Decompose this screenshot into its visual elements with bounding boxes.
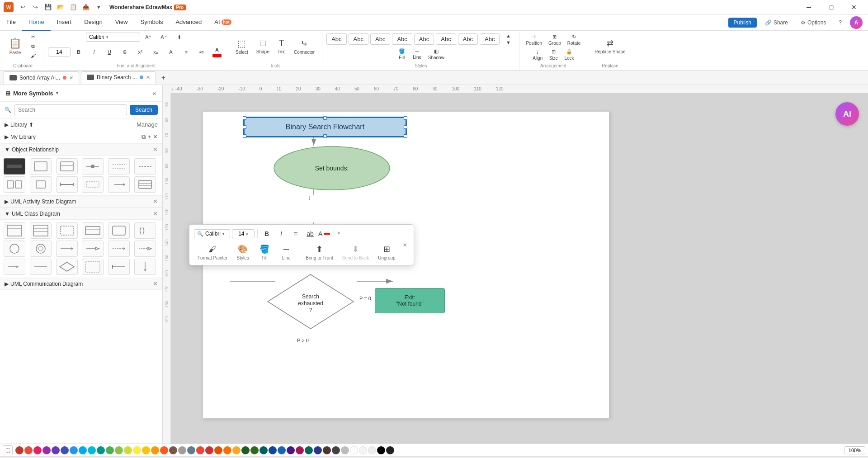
list-btn[interactable]: ≡ bbox=[179, 48, 193, 56]
float-bring-front[interactable]: ⬆ Bring to Front bbox=[302, 242, 337, 262]
my-lib-copy[interactable]: ⧉ bbox=[142, 133, 146, 141]
handle-mr[interactable] bbox=[404, 125, 407, 129]
color-grey-2[interactable] bbox=[341, 446, 349, 454]
shape-thumb-1[interactable] bbox=[4, 158, 25, 175]
menu-view[interactable]: View bbox=[109, 14, 134, 31]
float-send-back[interactable]: ⬇ Send to Back bbox=[339, 242, 373, 262]
color-light-green[interactable] bbox=[115, 446, 123, 454]
add-tab-btn[interactable]: + bbox=[158, 73, 169, 83]
color-black[interactable] bbox=[377, 446, 385, 454]
color-orange-3[interactable] bbox=[223, 446, 231, 454]
color-yellow-2[interactable] bbox=[232, 446, 241, 454]
undo-btn[interactable]: ↩ bbox=[17, 2, 28, 13]
shadow-btn[interactable]: ◧Shadow bbox=[425, 47, 447, 61]
canvas-content[interactable]: Binary Search Flowchart Set bounds: bbox=[171, 93, 868, 444]
color-light-blue[interactable] bbox=[79, 446, 87, 454]
uml-shape-11[interactable] bbox=[108, 241, 130, 257]
exit-rect[interactable]: Exit: "Not found" bbox=[375, 288, 445, 313]
color-teal[interactable] bbox=[97, 446, 105, 454]
shape-thumb-3[interactable] bbox=[56, 158, 78, 175]
strikethrough-btn[interactable]: S bbox=[118, 48, 132, 56]
color-near-black[interactable] bbox=[386, 446, 394, 454]
color-purple-2[interactable] bbox=[287, 446, 295, 454]
align-top-btn[interactable]: ⬆ bbox=[172, 33, 186, 42]
help-btn[interactable]: ? bbox=[834, 18, 846, 28]
uml-shape-2[interactable] bbox=[30, 222, 52, 239]
color-blue-3[interactable] bbox=[278, 446, 286, 454]
paste-btn[interactable]: 📋 Paste bbox=[5, 33, 25, 60]
color-grey-dark[interactable] bbox=[332, 446, 340, 454]
float-bold-btn[interactable]: B bbox=[260, 227, 273, 240]
bullets-btn[interactable]: •≡ bbox=[194, 48, 209, 56]
color-blue-2[interactable] bbox=[269, 446, 277, 454]
set-bounds-shape[interactable]: Set bounds: bbox=[273, 146, 391, 191]
float-italic-btn[interactable]: I bbox=[275, 227, 288, 240]
color-blue-grey[interactable] bbox=[187, 446, 195, 454]
uml-shape-12[interactable] bbox=[134, 241, 156, 257]
uml-shape-5[interactable] bbox=[108, 222, 130, 239]
tab-close-binary[interactable]: ✕ bbox=[146, 75, 150, 80]
shape-thumb-2[interactable] bbox=[30, 158, 52, 175]
object-relationship-close[interactable]: ✕ bbox=[153, 146, 158, 153]
uml-shape-8[interactable] bbox=[30, 241, 52, 257]
style-4[interactable]: Abc bbox=[392, 33, 412, 45]
redo-btn[interactable]: ↪ bbox=[30, 2, 41, 13]
color-brown[interactable] bbox=[169, 446, 177, 454]
shape-thumb-12[interactable] bbox=[134, 176, 156, 193]
align-btn[interactable]: ⫶Align bbox=[530, 48, 545, 62]
styles-up[interactable]: ▲ bbox=[501, 33, 515, 39]
shape-thumb-8[interactable] bbox=[30, 176, 52, 193]
color-picker-btn[interactable]: ⬚ bbox=[3, 445, 13, 455]
color-blue[interactable] bbox=[70, 446, 78, 454]
color-indigo[interactable] bbox=[61, 446, 69, 454]
float-font-color-btn[interactable]: A bbox=[318, 227, 331, 240]
float-font-selector[interactable]: 🔍 Calibri ▾ bbox=[194, 229, 230, 238]
search-button[interactable]: Search bbox=[130, 105, 158, 115]
color-deep-purple[interactable] bbox=[52, 446, 60, 454]
color-pink-2[interactable] bbox=[296, 446, 304, 454]
color-lime[interactable] bbox=[124, 446, 132, 454]
template-btn[interactable]: 📋 bbox=[68, 2, 79, 13]
minimize-btn[interactable]: ─ bbox=[798, 0, 819, 14]
shape-thumb-7[interactable] bbox=[4, 176, 25, 193]
select-btn[interactable]: ⬚ Select bbox=[232, 33, 252, 60]
style-6[interactable]: Abc bbox=[436, 33, 456, 45]
color-yellow[interactable] bbox=[133, 446, 141, 454]
color-near-white[interactable] bbox=[359, 446, 367, 454]
position-btn[interactable]: ⊹Position bbox=[523, 33, 545, 47]
color-green-2[interactable] bbox=[241, 446, 250, 454]
menu-insert[interactable]: Insert bbox=[51, 14, 78, 31]
lock-btn[interactable]: 🔒Lock bbox=[561, 47, 576, 62]
replace-shape-btn[interactable]: ⇄ Replace Shape bbox=[591, 33, 629, 60]
handle-br[interactable] bbox=[404, 134, 407, 138]
uml-shape-3[interactable] bbox=[56, 222, 78, 239]
color-cyan[interactable] bbox=[88, 446, 96, 454]
decrease-font-btn[interactable]: A⁻ bbox=[156, 33, 171, 42]
search-exhausted-shape[interactable]: Search exhausted ? bbox=[265, 272, 356, 331]
shape-thumb-10[interactable] bbox=[82, 176, 104, 193]
styles-down[interactable]: ▼ bbox=[501, 39, 515, 46]
rotate-btn[interactable]: ↻Rotate bbox=[565, 33, 583, 47]
menu-symbols[interactable]: Symbols bbox=[134, 14, 170, 31]
color-cyan-2[interactable] bbox=[259, 446, 268, 454]
shape-btn[interactable]: □ Shape bbox=[253, 33, 273, 60]
uml-class-close[interactable]: ✕ bbox=[153, 210, 158, 217]
fill-btn[interactable]: 🪣Fill bbox=[395, 47, 409, 61]
style-7[interactable]: Abc bbox=[458, 33, 478, 45]
float-ungroup[interactable]: ⊞ Ungroup bbox=[374, 242, 399, 262]
tab-binary-search[interactable]: Binary Search ... ✕ bbox=[81, 71, 156, 84]
share-btn[interactable]: 📤 bbox=[80, 2, 91, 13]
increase-font-btn[interactable]: A⁺ bbox=[141, 33, 156, 42]
font-size-selector[interactable]: 14 bbox=[48, 47, 71, 57]
style-1[interactable]: Abc bbox=[326, 33, 346, 45]
underline-btn[interactable]: U bbox=[102, 48, 117, 56]
float-close-btn[interactable]: ✕ bbox=[337, 231, 343, 237]
canvas-area[interactable]: ⊹ -40 -30 -20 -10 0 10 20 30 40 50 60 70… bbox=[163, 85, 868, 444]
publish-btn[interactable]: Publish bbox=[728, 18, 757, 28]
superscript-btn[interactable]: x² bbox=[133, 48, 147, 56]
cut-btn[interactable]: ✂ bbox=[26, 33, 40, 41]
handle-tl[interactable] bbox=[243, 116, 246, 120]
font-family-selector[interactable]: Calibri ▾ bbox=[86, 33, 140, 42]
color-orange[interactable] bbox=[151, 446, 159, 454]
shape-thumb-4[interactable] bbox=[82, 158, 104, 175]
